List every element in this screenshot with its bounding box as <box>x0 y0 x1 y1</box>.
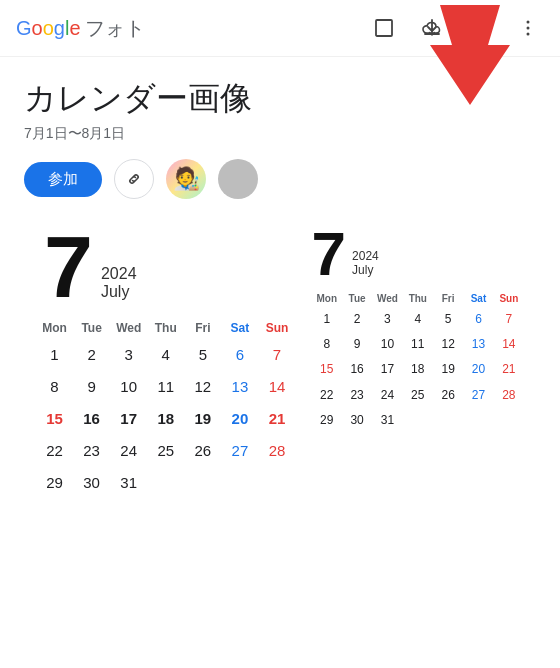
avatar-user2[interactable] <box>218 159 258 199</box>
s-day-29: 29 <box>312 408 342 433</box>
day-8: 8 <box>36 371 73 403</box>
day-25: 25 <box>147 435 184 467</box>
col-header-tue: Tue <box>73 319 110 339</box>
col-header-sun: Sun <box>259 319 296 339</box>
col-header-sat: Sat <box>221 319 258 339</box>
day-3: 3 <box>110 339 147 371</box>
day-5: 5 <box>184 339 221 371</box>
day-20: 20 <box>221 403 258 435</box>
col-header-fri: Fri <box>184 319 221 339</box>
day-12: 12 <box>184 371 221 403</box>
s-day-26: 26 <box>433 383 463 408</box>
s-day-15: 15 <box>312 357 342 382</box>
s-col-header-fri: Fri <box>433 291 463 307</box>
s-day-6: 6 <box>463 307 493 332</box>
s-day-8: 8 <box>312 332 342 357</box>
s-day-28: 28 <box>494 383 524 408</box>
s-day-12: 12 <box>433 332 463 357</box>
day-empty1 <box>147 467 184 499</box>
svg-point-8 <box>527 27 530 30</box>
day-2: 2 <box>73 339 110 371</box>
day-1: 1 <box>36 339 73 371</box>
day-24: 24 <box>110 435 147 467</box>
download-icon[interactable] <box>416 12 448 44</box>
col-header-wed: Wed <box>110 319 147 339</box>
col-header-thu: Thu <box>147 319 184 339</box>
svg-point-9 <box>527 33 530 36</box>
svg-point-2 <box>484 20 489 25</box>
s-col-header-thu: Thu <box>403 291 433 307</box>
s-day-empty3 <box>463 408 493 433</box>
s-day-20: 20 <box>463 357 493 382</box>
s-day-22: 22 <box>312 383 342 408</box>
google-logo: Google フォト <box>16 15 145 42</box>
cal-large-grid: Mon Tue Wed Thu Fri Sat Sun 1 2 3 4 5 6 … <box>36 319 296 499</box>
day-23: 23 <box>73 435 110 467</box>
app-header: Google フォト <box>0 0 560 57</box>
calendar-small: 7 2024 July Mon Tue Wed Thu Fri Sat Sun … <box>304 223 524 499</box>
share-icon[interactable] <box>464 12 496 44</box>
calendar-large: 7 2024 July Mon Tue Wed Thu Fri Sat Sun … <box>36 223 304 499</box>
page-title: カレンダー画像 <box>24 77 536 121</box>
cal-large-header: 7 2024 July <box>36 223 296 311</box>
svg-point-4 <box>484 32 489 37</box>
day-17: 17 <box>110 403 147 435</box>
day-16: 16 <box>73 403 110 435</box>
s-day-23: 23 <box>342 383 372 408</box>
s-day-31: 31 <box>372 408 402 433</box>
s-day-24: 24 <box>372 383 402 408</box>
day-19: 19 <box>184 403 221 435</box>
cal-small-grid: Mon Tue Wed Thu Fri Sat Sun 1 2 3 4 5 6 … <box>312 291 524 433</box>
day-29: 29 <box>36 467 73 499</box>
select-icon[interactable] <box>368 12 400 44</box>
cal-large-year: 2024 <box>101 264 137 283</box>
s-day-5: 5 <box>433 307 463 332</box>
s-day-19: 19 <box>433 357 463 382</box>
svg-rect-0 <box>376 20 392 36</box>
day-30: 30 <box>73 467 110 499</box>
join-button[interactable]: 参加 <box>24 162 102 197</box>
svg-line-6 <box>476 29 483 33</box>
s-day-9: 9 <box>342 332 372 357</box>
s-col-header-sun: Sun <box>494 291 524 307</box>
s-day-18: 18 <box>403 357 433 382</box>
s-day-17: 17 <box>372 357 402 382</box>
svg-line-5 <box>476 23 483 27</box>
day-14: 14 <box>259 371 296 403</box>
action-bar: 参加 🧑‍🎨 <box>24 159 536 199</box>
cal-small-header: 7 2024 July <box>312 223 524 285</box>
s-day-3: 3 <box>372 307 402 332</box>
day-empty3 <box>221 467 258 499</box>
day-10: 10 <box>110 371 147 403</box>
avatar-user1[interactable]: 🧑‍🎨 <box>166 159 206 199</box>
day-18: 18 <box>147 403 184 435</box>
cal-small-month-num: 7 <box>312 223 346 285</box>
day-21: 21 <box>259 403 296 435</box>
s-col-header-tue: Tue <box>342 291 372 307</box>
header-icons <box>368 12 544 44</box>
svg-point-3 <box>472 26 477 31</box>
svg-point-7 <box>527 21 530 24</box>
s-col-header-sat: Sat <box>463 291 493 307</box>
day-empty2 <box>184 467 221 499</box>
col-header-mon: Mon <box>36 319 73 339</box>
s-day-2: 2 <box>342 307 372 332</box>
cal-small-month-name: July <box>352 263 379 277</box>
day-4: 4 <box>147 339 184 371</box>
more-options-icon[interactable] <box>512 12 544 44</box>
s-day-1: 1 <box>312 307 342 332</box>
day-9: 9 <box>73 371 110 403</box>
s-day-11: 11 <box>403 332 433 357</box>
s-day-30: 30 <box>342 408 372 433</box>
copy-link-button[interactable] <box>114 159 154 199</box>
s-day-16: 16 <box>342 357 372 382</box>
s-day-27: 27 <box>463 383 493 408</box>
s-col-header-wed: Wed <box>372 291 402 307</box>
day-15: 15 <box>36 403 73 435</box>
day-31: 31 <box>110 467 147 499</box>
day-empty4 <box>259 467 296 499</box>
s-day-7: 7 <box>494 307 524 332</box>
calendars-section: 7 2024 July Mon Tue Wed Thu Fri Sat Sun … <box>24 223 536 499</box>
main-content: カレンダー画像 7月1日〜8月1日 参加 🧑‍🎨 7 2024 July <box>0 57 560 515</box>
s-day-21: 21 <box>494 357 524 382</box>
